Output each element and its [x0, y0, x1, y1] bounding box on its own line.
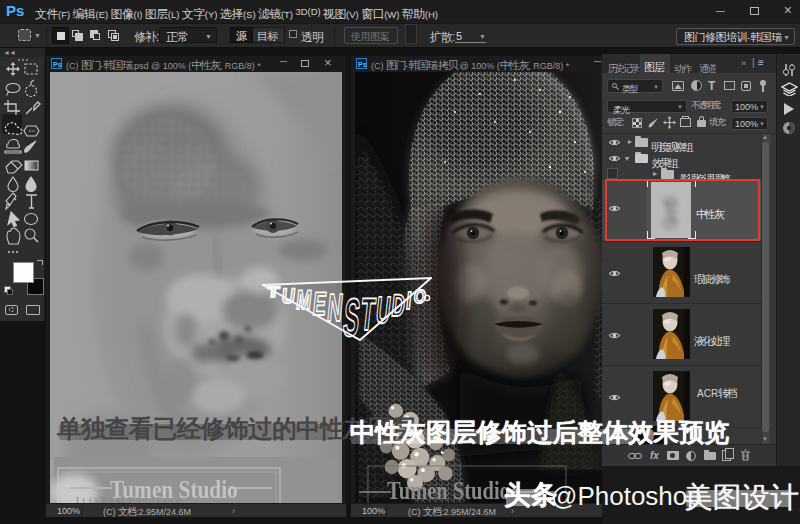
svg-text:U: U — [281, 284, 296, 307]
svg-text:T: T — [266, 283, 281, 300]
svg-text:U: U — [374, 289, 392, 331]
svg-text:D: D — [390, 288, 407, 323]
